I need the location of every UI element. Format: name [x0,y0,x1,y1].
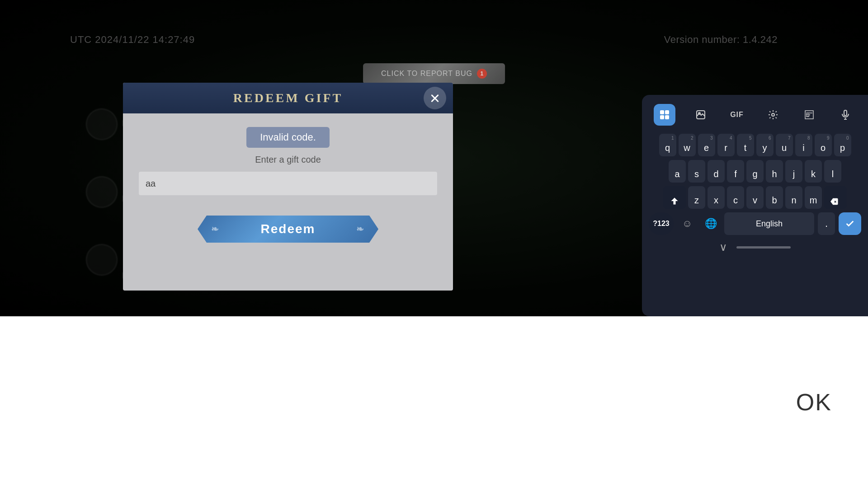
keyboard: GIF G 1q 2w 3e 4r 5t 6y 7u 8 [642,95,868,316]
modal-header: REDEEM GIFT [123,83,453,113]
keyboard-sticker-icon[interactable] [690,104,712,126]
key-o[interactable]: 9o [815,134,832,156]
key-b[interactable]: b [766,186,783,209]
key-v[interactable]: v [746,186,764,209]
gif-label: GIF [730,111,744,119]
error-message: Invalid code. [246,127,330,148]
key-t[interactable]: 5t [737,134,754,156]
key-num-switch[interactable]: ?123 [649,212,674,235]
redeem-button-right-icon: ❧ [356,224,365,235]
key-globe[interactable]: 🌐 [701,214,721,234]
key-period[interactable]: . [818,212,835,235]
ok-button[interactable]: OK [796,389,832,416]
keyboard-gif-button[interactable]: GIF [726,104,748,126]
key-s[interactable]: s [688,160,705,183]
svg-point-6 [772,113,774,116]
notification-badge: 1 [477,69,487,79]
keyboard-row-3: z x c v b n m [646,186,863,209]
keyboard-mic-icon[interactable] [835,104,856,126]
modal-close-button[interactable] [424,87,446,109]
key-r[interactable]: 4r [717,134,735,156]
keyboard-translate-icon[interactable]: G [798,104,820,126]
key-e[interactable]: 3e [698,134,715,156]
key-k[interactable]: k [805,160,822,183]
top-center-button[interactable]: CLICK TO REPORT BUG 1 [363,63,505,84]
key-g[interactable]: g [746,160,764,183]
key-f[interactable]: f [727,160,744,183]
key-w[interactable]: 2w [679,134,696,156]
key-l[interactable]: l [824,160,841,183]
keyboard-toolbar: GIF G [646,102,863,130]
redeem-modal: REDEEM GIFT Invalid code. Enter a gift c… [123,83,453,291]
modal-title: REDEEM GIFT [132,91,444,105]
redeem-button-left-icon: ❧ [211,224,220,235]
key-p[interactable]: 0p [834,134,851,156]
key-confirm[interactable] [839,212,861,235]
key-j[interactable]: j [785,160,802,183]
key-d[interactable]: d [708,160,725,183]
svg-rect-2 [660,115,664,119]
gift-code-input[interactable] [139,172,437,195]
key-n[interactable]: n [785,186,802,209]
svg-rect-0 [660,110,664,114]
keyboard-handle [736,246,791,249]
svg-rect-8 [844,110,847,116]
modal-body: Invalid code. Enter a gift code ❧ Redeem… [123,113,453,252]
keyboard-bottom-row: ?123 ☺ 🌐 English . [646,212,863,235]
keyboard-grid-icon[interactable] [654,104,675,126]
key-delete[interactable] [824,186,847,209]
keyboard-hide-button[interactable]: ∨ [719,241,727,253]
svg-text:G: G [806,113,810,117]
key-shift[interactable] [663,186,686,209]
key-z[interactable]: z [688,186,705,209]
key-h[interactable]: h [766,160,783,183]
redeem-button[interactable]: ❧ Redeem ❧ [198,216,378,243]
svg-rect-1 [665,110,669,114]
keyboard-settings-icon[interactable] [762,104,784,126]
top-button-label: CLICK TO REPORT BUG [381,70,472,78]
key-y[interactable]: 6y [756,134,774,156]
key-emoji[interactable]: ☺ [677,214,697,234]
keyboard-row-2: a s d f g h j k l [646,160,863,183]
key-m[interactable]: m [805,186,822,209]
key-language[interactable]: English [724,212,814,235]
svg-rect-3 [665,115,669,119]
keyboard-row-1: 1q 2w 3e 4r 5t 6y 7u 8i 9o 0p [646,134,863,156]
key-x[interactable]: x [708,186,725,209]
keyboard-footer: ∨ [646,239,863,253]
key-c[interactable]: c [727,186,744,209]
key-i[interactable]: 8i [795,134,812,156]
redeem-button-label: Redeem [261,222,316,236]
bottom-area: OK [0,316,868,488]
key-a[interactable]: a [669,160,686,183]
key-u[interactable]: 7u [776,134,793,156]
enter-code-label: Enter a gift code [255,155,321,165]
key-q[interactable]: 1q [659,134,676,156]
